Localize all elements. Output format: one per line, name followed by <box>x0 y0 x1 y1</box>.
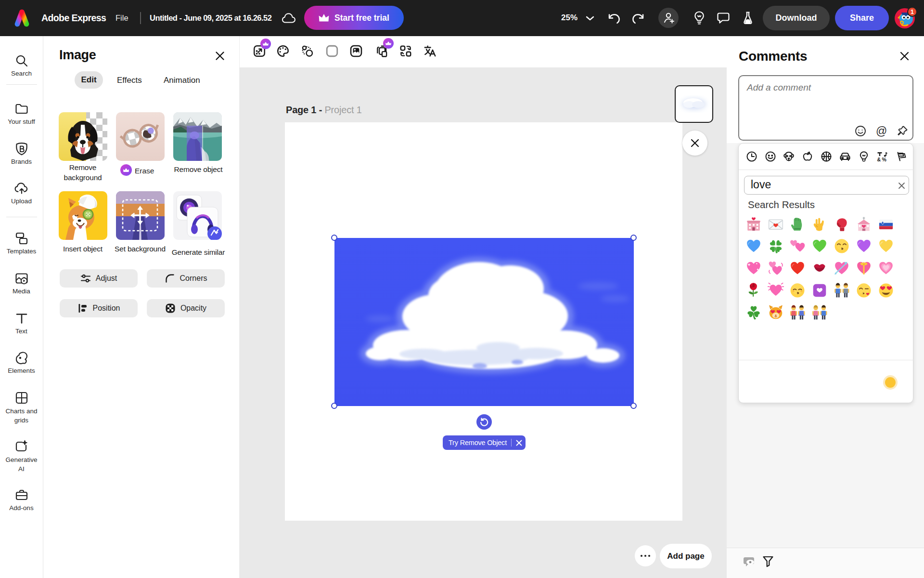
svg-text:&: & <box>877 157 881 162</box>
svg-text:%: % <box>882 157 887 162</box>
